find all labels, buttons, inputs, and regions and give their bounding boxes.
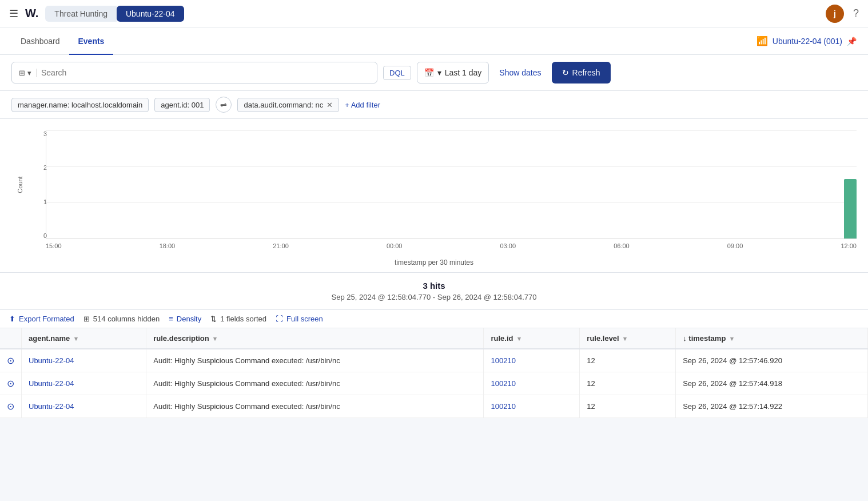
filter-chip-audit-command[interactable]: data.audit.command: nc ✕ bbox=[237, 98, 339, 112]
row-1-agent-name-link[interactable]: Ubuntu-22-04 bbox=[29, 356, 74, 365]
row-3-agent-name-link[interactable]: Ubuntu-22-04 bbox=[29, 402, 74, 411]
table-header: agent.name ▾ rule.description ▾ rule.id … bbox=[0, 328, 868, 349]
top-nav: ☰ W. Threat Hunting Ubuntu-22-04 j ? bbox=[0, 0, 868, 27]
refresh-button[interactable]: ↻ Refresh bbox=[552, 62, 611, 84]
calendar-icon: 📅 bbox=[424, 68, 434, 77]
fullscreen-label: Full screen bbox=[286, 315, 323, 323]
th-timestamp-sort-desc-icon: ↓ bbox=[683, 334, 687, 343]
row-3-rule-id-link[interactable]: 100210 bbox=[491, 402, 515, 411]
table-body: ⊙ Ubuntu-22-04 Audit: Highly Suspicious … bbox=[0, 349, 868, 418]
filter-chip-agent-id[interactable]: agent.id: 001 bbox=[154, 98, 210, 112]
filter-chip-manager-text: manager.name: localhost.localdomain bbox=[18, 101, 142, 109]
columns-hidden-info: ⊞ 514 columns hidden bbox=[83, 315, 160, 323]
row-1-agent-name: Ubuntu-22-04 bbox=[22, 349, 146, 372]
grid-line-1 bbox=[46, 202, 857, 203]
expand-row-icon[interactable]: ⊙ bbox=[7, 401, 14, 411]
row-2-rule-level: 12 bbox=[580, 372, 676, 395]
row-2-agent-name: Ubuntu-22-04 bbox=[22, 372, 146, 395]
filter-chip-manager[interactable]: manager.name: localhost.localdomain bbox=[11, 98, 149, 112]
th-rule-id[interactable]: rule.id ▾ bbox=[484, 328, 580, 349]
row-2-timestamp: Sep 26, 2024 @ 12:57:44.918 bbox=[676, 372, 868, 395]
filter-transfer-icon[interactable]: ⇌ bbox=[216, 97, 232, 113]
row-2-rule-id-link[interactable]: 100210 bbox=[491, 379, 515, 388]
row-3-expand[interactable]: ⊙ bbox=[0, 395, 22, 418]
th-agent-name[interactable]: agent.name ▾ bbox=[22, 328, 146, 349]
y-axis-label-wrapper: Count bbox=[11, 130, 29, 239]
density-label: Density bbox=[177, 315, 201, 323]
th-rule-description[interactable]: rule.description ▾ bbox=[146, 328, 484, 349]
date-range-label: Last 1 day bbox=[445, 68, 482, 77]
refresh-label: Refresh bbox=[572, 68, 600, 77]
grid-line-3 bbox=[46, 130, 857, 131]
add-filter-label: + Add filter bbox=[345, 101, 380, 109]
wifi-icon: 📶 bbox=[756, 35, 768, 46]
breadcrumb-threat-hunting[interactable]: Threat Hunting bbox=[45, 6, 117, 22]
add-filter-button[interactable]: + Add filter bbox=[345, 101, 380, 109]
x-label-1200: 12:00 bbox=[841, 242, 857, 249]
search-input-wrapper[interactable]: ⊞ ▾ bbox=[11, 62, 377, 84]
x-label-0000: 00:00 bbox=[387, 242, 403, 249]
x-axis-labels: 15:00 18:00 21:00 00:00 03:00 06:00 09:0… bbox=[46, 240, 857, 256]
hits-date-range: Sep 25, 2024 @ 12:58:04.770 - Sep 26, 20… bbox=[8, 293, 860, 301]
chart-area: Count 3 2 1 0 15:00 18:00 21:00 00:00 03… bbox=[0, 119, 868, 273]
tabs-bar: Dashboard Events 📶 Ubuntu-22-04 (001) 📌 bbox=[0, 27, 868, 55]
search-input[interactable] bbox=[41, 68, 370, 77]
th-rule-description-label: rule.description bbox=[153, 334, 209, 343]
th-timestamp-sort-icon: ▾ bbox=[730, 335, 734, 342]
breadcrumb-ubuntu[interactable]: Ubuntu-22-04 bbox=[117, 6, 184, 22]
table-row: ⊙ Ubuntu-22-04 Audit: Highly Suspicious … bbox=[0, 395, 868, 418]
row-1-description: Audit: Highly Suspicious Command execute… bbox=[146, 349, 484, 372]
row-1-expand[interactable]: ⊙ bbox=[0, 349, 22, 372]
dql-button[interactable]: DQL bbox=[383, 66, 411, 80]
avatar[interactable]: j bbox=[826, 5, 844, 23]
row-1-timestamp: Sep 26, 2024 @ 12:57:46.920 bbox=[676, 349, 868, 372]
table-row: ⊙ Ubuntu-22-04 Audit: Highly Suspicious … bbox=[0, 372, 868, 395]
filter-chip-audit-command-remove[interactable]: ✕ bbox=[327, 101, 333, 109]
filter-chip-agent-id-text: agent.id: 001 bbox=[161, 101, 204, 109]
hamburger-menu[interactable]: ☰ bbox=[9, 7, 18, 20]
expand-row-icon[interactable]: ⊙ bbox=[7, 379, 14, 388]
help-icon[interactable]: ? bbox=[853, 7, 859, 19]
th-timestamp[interactable]: ↓ timestamp ▾ bbox=[676, 328, 868, 349]
th-rule-level-label: rule.level bbox=[587, 334, 619, 343]
date-picker[interactable]: 📅 ▾ Last 1 day bbox=[417, 62, 489, 84]
row-2-agent-name-link[interactable]: Ubuntu-22-04 bbox=[29, 379, 74, 388]
row-2-expand[interactable]: ⊙ bbox=[0, 372, 22, 395]
chevron-down-icon: ▾ bbox=[27, 69, 31, 77]
agent-label: Ubuntu-22-04 (001) bbox=[773, 37, 842, 46]
density-button[interactable]: ≡ Density bbox=[169, 315, 201, 323]
fields-sorted-info: ⇅ 1 fields sorted bbox=[210, 315, 266, 323]
x-label-0600: 06:00 bbox=[614, 242, 630, 249]
row-3-rule-id: 100210 bbox=[484, 395, 580, 418]
export-button[interactable]: ⬆ Export Formated bbox=[9, 315, 74, 323]
breadcrumb: Threat Hunting Ubuntu-22-04 bbox=[45, 6, 184, 22]
tab-dashboard[interactable]: Dashboard bbox=[11, 27, 69, 55]
th-expand bbox=[0, 328, 22, 349]
row-2-rule-id: 100210 bbox=[484, 372, 580, 395]
sort-icon: ⇅ bbox=[210, 315, 217, 323]
export-icon: ⬆ bbox=[9, 315, 15, 323]
density-icon: ≡ bbox=[169, 315, 173, 323]
th-agent-name-sort-icon: ▾ bbox=[74, 335, 78, 342]
results-header: 3 hits Sep 25, 2024 @ 12:58:04.770 - Sep… bbox=[0, 273, 868, 310]
th-agent-name-label: agent.name bbox=[29, 334, 70, 343]
row-3-timestamp: Sep 26, 2024 @ 12:57:14.922 bbox=[676, 395, 868, 418]
chart-plot-area bbox=[46, 130, 857, 239]
chart-bar-1200 bbox=[844, 179, 857, 238]
export-label: Export Formated bbox=[19, 315, 74, 323]
th-rule-level[interactable]: rule.level ▾ bbox=[580, 328, 676, 349]
grid-line-2 bbox=[46, 166, 857, 167]
expand-row-icon[interactable]: ⊙ bbox=[7, 356, 14, 365]
row-1-rule-level: 12 bbox=[580, 349, 676, 372]
pin-icon: 📌 bbox=[847, 37, 857, 46]
row-1-rule-id-link[interactable]: 100210 bbox=[491, 356, 515, 365]
x-label-1800: 18:00 bbox=[160, 242, 176, 249]
search-type-dropdown[interactable]: ⊞ ▾ bbox=[19, 69, 37, 77]
show-dates-button[interactable]: Show dates bbox=[495, 68, 546, 77]
tab-events[interactable]: Events bbox=[69, 27, 114, 55]
agent-badge[interactable]: 📶 Ubuntu-22-04 (001) 📌 bbox=[756, 35, 857, 46]
data-table: agent.name ▾ rule.description ▾ rule.id … bbox=[0, 328, 868, 418]
x-label-0300: 03:00 bbox=[500, 242, 516, 249]
fullscreen-icon: ⛶ bbox=[276, 315, 283, 323]
fullscreen-button[interactable]: ⛶ Full screen bbox=[276, 315, 323, 323]
